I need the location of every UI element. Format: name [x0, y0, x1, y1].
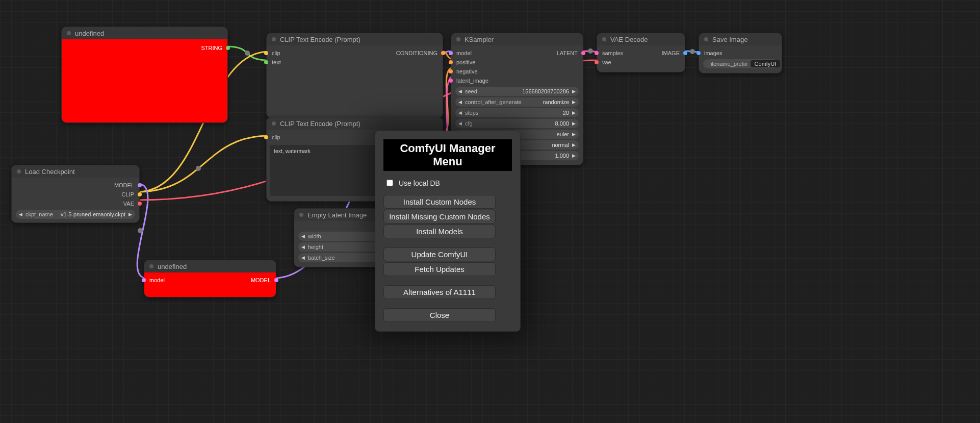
widget-value: ComfyUI	[751, 60, 781, 67]
widget-label: ckpt_name	[25, 211, 53, 217]
output-port-model[interactable]	[274, 278, 278, 282]
collapse-icon	[272, 121, 276, 126]
widget-label: width	[308, 233, 321, 239]
node-title[interactable]: undefined	[144, 260, 276, 272]
svg-point-4	[588, 48, 593, 54]
input-port-model[interactable]	[449, 51, 453, 55]
arrow-right-icon: ▶	[128, 212, 132, 217]
widget-filename-prefix[interactable]: filename_prefix ComfyUI	[703, 59, 778, 68]
close-button[interactable]: Close	[383, 308, 496, 322]
widget-label: filename_prefix	[709, 61, 747, 67]
input-label: negative	[456, 68, 478, 74]
output-port-clip[interactable]	[138, 192, 142, 196]
widget-label: height	[308, 244, 323, 250]
svg-point-5	[690, 49, 695, 54]
update-comfyui-button[interactable]: Update ComfyUI	[383, 247, 496, 261]
collapse-icon	[67, 31, 71, 35]
output-port-model[interactable]	[138, 183, 142, 187]
output-label: STRING	[201, 45, 222, 51]
widget-control-after-generate[interactable]: ◀control_after_generaterandomize▶	[455, 97, 579, 107]
input-label: model	[456, 50, 472, 56]
use-local-db-checkbox[interactable]	[386, 180, 393, 186]
collapse-icon	[456, 37, 460, 41]
node-save-image[interactable]: Save Image images filename_prefix ComfyU…	[699, 33, 782, 73]
input-port-clip[interactable]	[264, 51, 268, 55]
collapse-icon	[17, 169, 21, 173]
input-port-model[interactable]	[142, 278, 146, 282]
widget-value: v1-5-pruned-emaonly.ckpt	[56, 211, 125, 217]
input-port-latent[interactable]	[449, 79, 453, 83]
node-title[interactable]: CLIP Text Encode (Prompt)	[267, 33, 443, 45]
input-label: samples	[602, 50, 623, 56]
title-text: CLIP Text Encode (Prompt)	[280, 36, 360, 43]
input-port-text[interactable]	[264, 60, 268, 64]
arrow-left-icon: ◀	[19, 212, 22, 217]
node-title[interactable]: Save Image	[699, 33, 782, 45]
title-text: Save Image	[712, 36, 747, 43]
use-local-db-row[interactable]: Use local DB	[384, 178, 511, 188]
output-port-string[interactable]	[226, 46, 230, 50]
title-text: CLIP Text Encode (Prompt)	[280, 120, 360, 128]
input-port-negative[interactable]	[449, 69, 453, 73]
input-label: images	[704, 50, 722, 56]
input-label: latent_image	[456, 78, 488, 84]
collapse-icon	[299, 213, 303, 217]
install-missing-custom-nodes-button[interactable]: Install Missing Custom Nodes	[383, 210, 496, 223]
title-text: Empty Latent Image	[307, 211, 367, 219]
node-title[interactable]: undefined	[62, 27, 227, 39]
node-title[interactable]: KSampler	[451, 33, 583, 45]
output-label: MODEL	[251, 277, 271, 283]
output-port-vae[interactable]	[138, 202, 142, 206]
widget-seed[interactable]: ◀seed156680208700286▶	[455, 87, 579, 96]
install-models-button[interactable]: Install Models	[383, 225, 496, 238]
svg-point-0	[245, 51, 250, 56]
title-text: Load Checkpoint	[25, 168, 75, 176]
input-port-vae[interactable]	[595, 60, 599, 64]
arrow-left-icon: ◀	[301, 255, 305, 260]
node-title[interactable]: VAE Decode	[597, 33, 685, 45]
manager-menu-modal[interactable]: ComfyUI Manager Menu Use local DB Instal…	[375, 131, 521, 332]
modal-title: ComfyUI Manager Menu	[383, 139, 512, 171]
title-text: VAE Decode	[610, 36, 648, 43]
title-text: KSampler	[465, 36, 494, 43]
output-label: MODEL	[114, 182, 134, 188]
widget-cfg[interactable]: ◀cfg8.000▶	[455, 119, 579, 128]
widget-label: batch_size	[308, 255, 335, 261]
input-label: text	[272, 59, 281, 65]
svg-point-1	[196, 166, 201, 171]
node-title[interactable]: CLIP Text Encode (Prompt)	[267, 117, 443, 130]
input-label: vae	[602, 59, 611, 65]
input-port-images[interactable]	[697, 51, 701, 55]
collapse-icon	[272, 37, 276, 41]
alternatives-a1111-button[interactable]: Alternatives of A1111	[383, 285, 496, 299]
output-label: VAE	[123, 201, 134, 207]
node-graph-canvas[interactable]: undefined STRING CLIP Text Encode (Promp…	[0, 0, 980, 423]
node-undefined-1[interactable]: undefined STRING	[61, 27, 228, 123]
node-vae-decode[interactable]: VAE Decode IMAGE samples vae	[597, 33, 685, 72]
input-label: positive	[456, 59, 475, 65]
arrow-left-icon: ◀	[301, 244, 305, 250]
arrow-left-icon: ◀	[301, 234, 305, 239]
collapse-icon	[602, 37, 606, 41]
output-label: CLIP	[122, 191, 134, 197]
node-clip-encode-positive[interactable]: CLIP Text Encode (Prompt) CONDITIONING c…	[266, 33, 443, 118]
fetch-updates-button[interactable]: Fetch Updates	[383, 262, 496, 276]
node-undefined-2[interactable]: undefined model MODEL	[144, 260, 276, 297]
input-label: clip	[272, 50, 280, 56]
svg-point-2	[138, 228, 143, 233]
input-label: model	[149, 277, 165, 283]
title-text: undefined	[158, 263, 187, 270]
install-custom-nodes-button[interactable]: Install Custom Nodes	[383, 195, 496, 209]
node-load-checkpoint[interactable]: Load Checkpoint MODEL CLIP VAE ◀ ckpt_na…	[11, 165, 140, 223]
node-title[interactable]: Load Checkpoint	[12, 165, 139, 178]
collapse-icon	[704, 37, 708, 41]
input-label: clip	[272, 134, 280, 140]
checkbox-label: Use local DB	[399, 179, 440, 187]
title-text: undefined	[75, 30, 104, 37]
widget-ckpt-name[interactable]: ◀ ckpt_name v1-5-pruned-emaonly.ckpt ▶	[16, 210, 135, 219]
input-port-clip[interactable]	[264, 135, 268, 139]
input-port-positive[interactable]	[449, 60, 453, 64]
collapse-icon	[149, 264, 153, 268]
widget-steps[interactable]: ◀steps20▶	[455, 108, 579, 117]
input-port-samples[interactable]	[595, 51, 599, 55]
